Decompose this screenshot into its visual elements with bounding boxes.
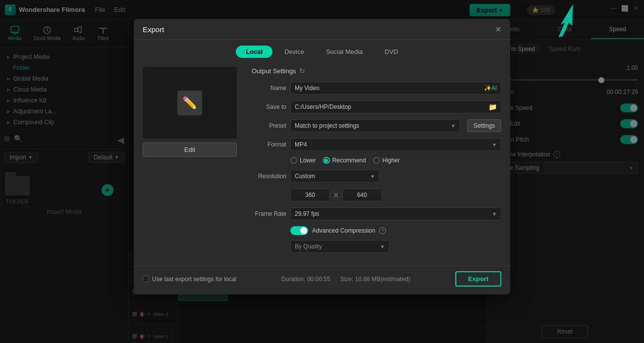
preview-box: ✏️ bbox=[143, 67, 237, 139]
modal-tab-device[interactable]: Device bbox=[274, 46, 314, 58]
quality-row: Lower Recommend Higher bbox=[252, 157, 501, 164]
format-dropdown-arrow: ▼ bbox=[492, 142, 497, 147]
by-quality-select[interactable]: By Quality ▼ bbox=[290, 240, 389, 253]
edit-button[interactable]: Edit bbox=[143, 143, 237, 157]
quality-lower-option[interactable]: Lower bbox=[290, 157, 316, 164]
name-text-input[interactable] bbox=[291, 82, 480, 94]
preset-select[interactable]: Match to project settings ▼ bbox=[290, 119, 460, 132]
resolution-width-input[interactable] bbox=[290, 189, 330, 201]
settings-button[interactable]: Settings bbox=[467, 119, 501, 132]
modal-title: Export bbox=[143, 25, 164, 34]
modal-header: Export ✕ bbox=[134, 19, 510, 40]
modal-body: ✏️ Edit Output Settings ↻ Name ✨AI bbox=[134, 62, 510, 263]
frame-rate-row: Frame Rate 29.97 fps ▼ bbox=[252, 207, 501, 220]
output-settings-header: Output Settings ↻ bbox=[252, 67, 501, 75]
resolution-row: Resolution Custom ▼ bbox=[252, 170, 501, 183]
modal-preview: ✏️ Edit bbox=[143, 67, 242, 258]
save-to-row: Save to C:/Users/HP/Desktop 📁 bbox=[252, 100, 501, 113]
quality-recommend-option[interactable]: Recommend bbox=[323, 157, 366, 164]
quality-lower-radio[interactable] bbox=[290, 157, 297, 164]
modal-tabs: Local Device Social Media DVD bbox=[134, 40, 510, 62]
modal-export-button[interactable]: Export bbox=[455, 271, 501, 287]
save-to-input[interactable]: C:/Users/HP/Desktop 📁 bbox=[290, 100, 501, 113]
modal-tab-dvd[interactable]: DVD bbox=[375, 46, 408, 58]
by-quality-dropdown-arrow: ▼ bbox=[380, 244, 385, 249]
footer-info: Duration: 00:00:55 Size: 10.88 MB(estima… bbox=[281, 276, 410, 283]
preset-label: Preset bbox=[252, 122, 286, 129]
name-row: Name ✨AI bbox=[252, 82, 501, 95]
resolution-select[interactable]: Custom ▼ bbox=[290, 170, 379, 183]
preset-row: Preset Match to project settings ▼ Setti… bbox=[252, 119, 501, 132]
frame-rate-label: Frame Rate bbox=[252, 210, 286, 217]
compression-label: Advanced Compression bbox=[312, 227, 375, 234]
save-to-path: C:/Users/HP/Desktop bbox=[291, 101, 484, 113]
quality-higher-option[interactable]: Higher bbox=[373, 157, 400, 164]
format-select[interactable]: MP4 ▼ bbox=[290, 138, 501, 151]
modal-tab-social-media[interactable]: Social Media bbox=[316, 46, 373, 58]
radio-dot bbox=[324, 159, 328, 162]
folder-browse-icon[interactable]: 📁 bbox=[484, 103, 501, 111]
export-modal: Export ✕ Local Device Social Media DVD ✏… bbox=[134, 19, 510, 294]
duration-info: Duration: 00:00:55 bbox=[281, 276, 330, 283]
refresh-icon[interactable]: ↻ bbox=[299, 67, 305, 75]
format-row: Format MP4 ▼ bbox=[252, 138, 501, 151]
ai-icon: ✨AI bbox=[480, 85, 501, 92]
resolution-inputs-row: X bbox=[252, 189, 501, 201]
modal-tab-local[interactable]: Local bbox=[236, 46, 272, 58]
modal-form: Output Settings ↻ Name ✨AI Save to C:/Us… bbox=[242, 67, 501, 258]
quality-recommend-radio[interactable] bbox=[323, 157, 330, 164]
compression-toggle-thumb bbox=[300, 227, 307, 234]
quality-select-row: By Quality ▼ bbox=[252, 240, 501, 253]
use-last-settings-checkbox[interactable] bbox=[143, 276, 149, 282]
compression-row: Advanced Compression ? bbox=[252, 226, 501, 235]
size-info: Size: 10.88 MB(estimated) bbox=[340, 276, 410, 283]
frame-rate-select[interactable]: 29.97 fps ▼ bbox=[290, 207, 501, 220]
modal-close-button[interactable]: ✕ bbox=[495, 25, 501, 34]
advanced-compression-toggle[interactable] bbox=[290, 226, 308, 235]
modal-footer: Use last export settings for local Durat… bbox=[134, 266, 510, 290]
save-to-label: Save to bbox=[252, 103, 286, 110]
quality-higher-radio[interactable] bbox=[373, 157, 380, 164]
preset-dropdown-arrow: ▼ bbox=[451, 123, 456, 129]
use-last-settings[interactable]: Use last export settings for local bbox=[143, 276, 236, 283]
compression-info-icon[interactable]: ? bbox=[379, 227, 386, 234]
resolution-label: Resolution bbox=[252, 173, 286, 180]
resolution-x-separator: X bbox=[334, 192, 338, 199]
name-input[interactable]: ✨AI bbox=[290, 82, 501, 95]
format-label: Format bbox=[252, 141, 286, 148]
preview-pencil-icon: ✏️ bbox=[177, 91, 202, 115]
resolution-height-input[interactable] bbox=[342, 189, 382, 201]
name-label: Name bbox=[252, 85, 286, 92]
frame-rate-dropdown-arrow: ▼ bbox=[492, 211, 497, 217]
resolution-dropdown-arrow: ▼ bbox=[370, 174, 375, 179]
modal-overlay: Export ✕ Local Device Social Media DVD ✏… bbox=[0, 0, 644, 343]
